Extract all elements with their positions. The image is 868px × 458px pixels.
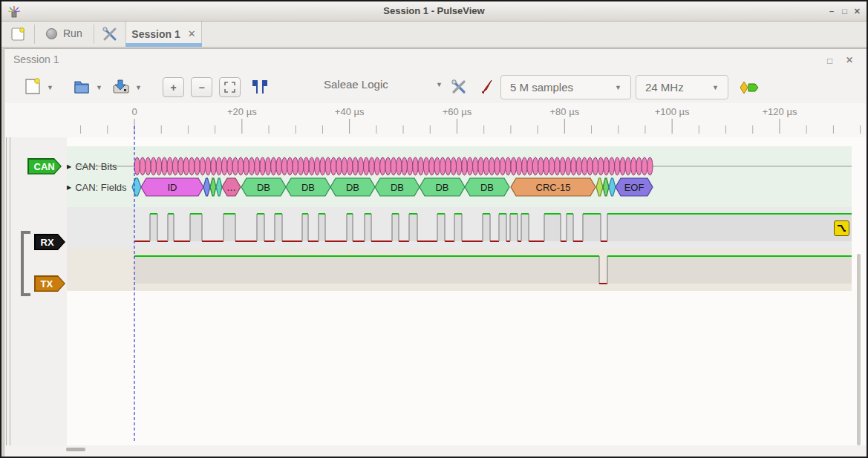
sample-count-value: 5 M samples [510, 81, 573, 94]
save-dropdown-icon[interactable]: ▼ [135, 84, 142, 91]
app-logo-icon [7, 4, 21, 18]
configure-device-button[interactable] [448, 76, 469, 97]
new-file-icon [25, 77, 41, 95]
tx-row-background [67, 249, 852, 291]
device-select[interactable]: Saleae Logic ▼ [324, 78, 443, 91]
new-session-button[interactable] [7, 24, 28, 44]
decoder-tag-can[interactable]: CAN [27, 158, 62, 174]
zoom-out-button[interactable]: − [191, 77, 212, 97]
tab-label: Session 1 [131, 28, 180, 40]
maximize-button[interactable]: □ [842, 1, 847, 21]
sample-count-select[interactable]: 5 M samples ▼ [500, 75, 631, 99]
sample-rate-dropdown-icon: ▼ [712, 84, 719, 91]
subwindow-close-button[interactable]: ✕ [846, 55, 853, 65]
zoom-fit-button[interactable] [219, 77, 241, 97]
zoom-in-button[interactable]: + [163, 77, 184, 97]
toolbar-separator [34, 24, 35, 44]
open-folder-icon [73, 77, 91, 95]
channel-tag-rx[interactable]: RX [34, 234, 65, 250]
decoder-row-fields[interactable]: ▶ CAN: Fields [67, 181, 127, 193]
main-toolbar: Run Session 1 ✕ [1, 22, 867, 48]
window-title: Session 1 - PulseView [1, 1, 867, 21]
show-cursors-button[interactable] [249, 76, 270, 97]
dock-resize-handle[interactable] [6, 137, 10, 445]
save-icon [112, 77, 130, 95]
decoder-tag-label: CAN [29, 160, 61, 174]
device-name: Saleae Logic [324, 78, 388, 91]
tab-close-icon[interactable]: ✕ [188, 28, 196, 39]
titlebar[interactable]: Session 1 - PulseView – □ ✕ [1, 1, 867, 22]
channel-tag-tx[interactable]: TX [34, 275, 65, 292]
probe-icon [476, 78, 494, 96]
toolbar-separator [94, 24, 94, 44]
run-button[interactable]: Run [46, 27, 82, 39]
app-window: 0+20 µs+40 µs+60 µs+80 µs+100 µs+120 µsI… [0, 0, 868, 458]
channel-group-bracket [21, 231, 30, 296]
settings-button[interactable] [99, 24, 120, 44]
new-file-dropdown-icon[interactable]: ▼ [47, 84, 53, 91]
decoder-row-background [67, 146, 852, 207]
run-button-label: Run [63, 27, 82, 39]
new-session-icon [11, 27, 25, 42]
decoder-icon [738, 79, 759, 96]
cursor-flags-icon [250, 78, 270, 96]
subwindow-title: Session 1 [13, 53, 59, 65]
time-ruler[interactable] [4, 103, 866, 137]
minimize-button[interactable]: – [829, 1, 834, 21]
open-button[interactable] [71, 76, 92, 96]
sample-rate-value: 24 MHz [645, 81, 684, 94]
save-button[interactable] [111, 76, 131, 96]
new-file-button[interactable] [22, 76, 43, 96]
horizontal-scrollbar[interactable] [66, 448, 85, 451]
add-decoder-button[interactable] [738, 77, 759, 98]
open-dropdown-icon[interactable]: ▼ [96, 84, 102, 91]
decoder-row-fields-label: CAN: Fields [75, 182, 126, 193]
channels-button[interactable] [474, 76, 495, 97]
zoom-fit-icon [224, 82, 235, 93]
wrench-screwdriver-icon [450, 78, 468, 96]
device-dropdown-icon: ▼ [436, 81, 443, 88]
rx-row-background [67, 207, 852, 249]
close-button[interactable]: ✕ [854, 1, 861, 21]
tools-icon [102, 26, 118, 42]
falling-edge-icon [836, 223, 847, 234]
expand-icon[interactable]: ▶ [67, 163, 71, 170]
subwindow-float-button[interactable]: □ [827, 56, 832, 66]
active-tab-indicator [125, 43, 202, 47]
sample-rate-select[interactable]: 24 MHz ▼ [636, 75, 728, 99]
trigger-marker-button[interactable] [834, 220, 849, 236]
run-state-icon [46, 28, 57, 39]
decoder-row-bits-label: CAN: Bits [75, 161, 117, 172]
expand-icon[interactable]: ▶ [67, 184, 71, 191]
sample-count-dropdown-icon: ▼ [615, 84, 621, 91]
decoder-row-bits[interactable]: ▶ CAN: Bits [67, 160, 117, 172]
vertical-scrollbar[interactable] [857, 254, 861, 445]
